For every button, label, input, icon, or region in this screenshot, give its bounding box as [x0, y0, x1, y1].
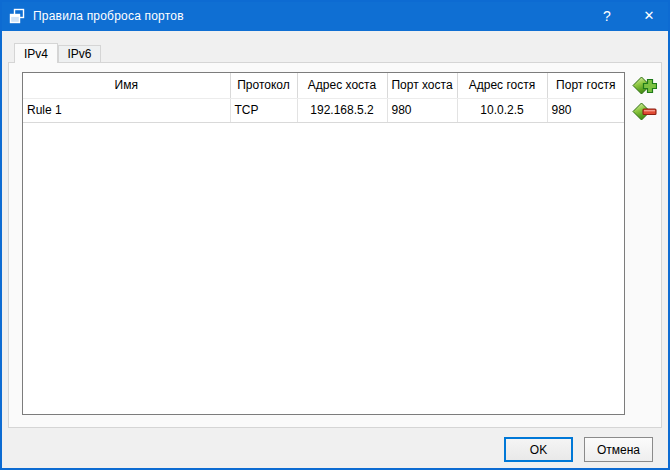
column-header-guest-port: Порт гостя [547, 73, 624, 98]
cell-guest-address[interactable]: 10.0.2.5 [457, 98, 547, 122]
tab-ipv6[interactable]: IPv6 [58, 45, 101, 62]
header-row: Имя Протокол Адрес хоста Порт хоста Адре… [23, 73, 624, 98]
tab-ipv4[interactable]: IPv4 [14, 43, 58, 63]
cell-name[interactable]: Rule 1 [23, 98, 230, 122]
add-rule-button[interactable] [632, 75, 657, 96]
cell-guest-port[interactable]: 980 [547, 98, 624, 122]
port-forwarding-dialog: Правила проброса портов ? ✕ IPv4 IPv6 Им… [0, 0, 670, 470]
table-row[interactable]: Rule 1 TCP 192.168.5.2 980 10.0.2.5 980 [23, 98, 624, 122]
rules-table: Имя Протокол Адрес хоста Порт хоста Адре… [23, 73, 624, 123]
column-header-protocol: Протокол [230, 73, 297, 98]
question-mark-icon: ? [603, 8, 611, 24]
close-button[interactable]: ✕ [628, 0, 670, 31]
window-title: Правила проброса портов [33, 9, 184, 23]
rules-table-frame: Имя Протокол Адрес хоста Порт хоста Адре… [22, 72, 625, 415]
cascade-windows-icon [9, 8, 25, 24]
column-header-host-address: Адрес хоста [297, 73, 387, 98]
ok-button[interactable]: OK [504, 437, 573, 462]
cell-host-address[interactable]: 192.168.5.2 [297, 98, 387, 122]
column-header-host-port: Порт хоста [387, 73, 457, 98]
rule-actions [632, 75, 657, 122]
cell-protocol[interactable]: TCP [230, 98, 297, 122]
column-header-guest-address: Адрес гостя [457, 73, 547, 98]
cancel-button[interactable]: Отмена [584, 437, 653, 462]
remove-rule-icon [632, 101, 657, 122]
remove-rule-button[interactable] [632, 101, 657, 122]
column-header-name: Имя [23, 73, 230, 98]
tab-panel: Имя Протокол Адрес хоста Порт хоста Адре… [8, 62, 662, 428]
cell-host-port[interactable]: 980 [387, 98, 457, 122]
help-button[interactable]: ? [586, 0, 628, 31]
add-rule-icon [632, 75, 657, 96]
titlebar[interactable]: Правила проброса портов ? ✕ [0, 0, 670, 31]
x-icon: ✕ [644, 8, 655, 23]
